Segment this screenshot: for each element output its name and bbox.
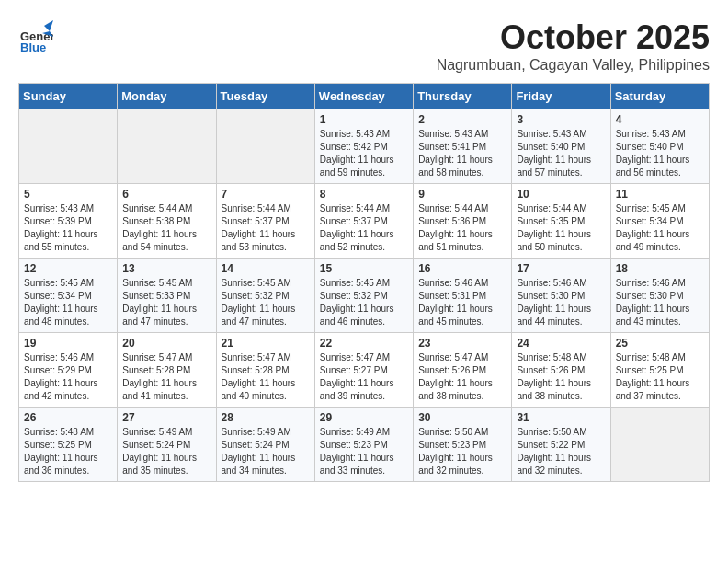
day-number: 10 xyxy=(517,188,605,201)
calendar-week-row: 19Sunrise: 5:46 AMSunset: 5:29 PMDayligh… xyxy=(19,333,710,408)
day-number: 22 xyxy=(320,337,408,350)
day-number: 30 xyxy=(418,411,506,424)
day-number: 17 xyxy=(517,262,605,275)
calendar-cell: 19Sunrise: 5:46 AMSunset: 5:29 PMDayligh… xyxy=(19,333,118,408)
weekday-header: Monday xyxy=(118,84,216,109)
day-info: Sunrise: 5:47 AMSunset: 5:28 PMDaylight:… xyxy=(122,352,197,401)
day-number: 4 xyxy=(616,113,704,126)
location-title: Nagrumbuan, Cagayan Valley, Philippines xyxy=(18,57,710,74)
month-title: October 2025 xyxy=(18,18,710,57)
day-number: 11 xyxy=(616,188,704,201)
day-number: 18 xyxy=(616,262,704,275)
day-info: Sunrise: 5:43 AMSunset: 5:40 PMDaylight:… xyxy=(616,129,690,178)
day-info: Sunrise: 5:46 AMSunset: 5:29 PMDaylight:… xyxy=(24,352,98,401)
weekday-header: Thursday xyxy=(414,84,512,109)
calendar-cell: 28Sunrise: 5:49 AMSunset: 5:24 PMDayligh… xyxy=(216,408,314,482)
day-info: Sunrise: 5:50 AMSunset: 5:22 PMDaylight:… xyxy=(517,427,591,476)
day-number: 26 xyxy=(24,411,112,424)
calendar-cell xyxy=(118,109,216,184)
day-info: Sunrise: 5:50 AMSunset: 5:23 PMDaylight:… xyxy=(418,427,493,476)
day-info: Sunrise: 5:49 AMSunset: 5:24 PMDaylight:… xyxy=(122,427,197,476)
logo-icon: General Blue xyxy=(18,18,53,53)
calendar-cell xyxy=(610,408,709,482)
day-number: 14 xyxy=(222,262,310,275)
day-info: Sunrise: 5:47 AMSunset: 5:27 PMDaylight:… xyxy=(320,352,394,401)
calendar-cell: 14Sunrise: 5:45 AMSunset: 5:32 PMDayligh… xyxy=(216,259,314,333)
day-number: 25 xyxy=(616,337,704,350)
day-number: 19 xyxy=(24,337,112,350)
day-info: Sunrise: 5:44 AMSunset: 5:37 PMDaylight:… xyxy=(222,203,296,252)
day-number: 16 xyxy=(418,262,506,275)
day-info: Sunrise: 5:46 AMSunset: 5:30 PMDaylight:… xyxy=(616,278,690,327)
day-info: Sunrise: 5:43 AMSunset: 5:39 PMDaylight:… xyxy=(24,203,98,252)
day-number: 29 xyxy=(320,411,408,424)
day-info: Sunrise: 5:45 AMSunset: 5:34 PMDaylight:… xyxy=(616,203,690,252)
day-number: 31 xyxy=(517,411,605,424)
calendar-cell: 29Sunrise: 5:49 AMSunset: 5:23 PMDayligh… xyxy=(314,408,413,482)
day-number: 12 xyxy=(24,262,112,275)
day-number: 6 xyxy=(122,188,210,201)
day-number: 23 xyxy=(418,337,506,350)
calendar-cell xyxy=(216,109,314,184)
day-number: 1 xyxy=(320,113,408,126)
day-info: Sunrise: 5:45 AMSunset: 5:32 PMDaylight:… xyxy=(222,278,296,327)
day-number: 9 xyxy=(418,188,506,201)
calendar-cell: 9Sunrise: 5:44 AMSunset: 5:36 PMDaylight… xyxy=(414,184,512,259)
day-number: 7 xyxy=(222,188,310,201)
calendar-cell: 7Sunrise: 5:44 AMSunset: 5:37 PMDaylight… xyxy=(216,184,314,259)
calendar-cell: 13Sunrise: 5:45 AMSunset: 5:33 PMDayligh… xyxy=(118,259,216,333)
calendar-cell: 15Sunrise: 5:45 AMSunset: 5:32 PMDayligh… xyxy=(314,259,413,333)
day-info: Sunrise: 5:44 AMSunset: 5:36 PMDaylight:… xyxy=(418,203,493,252)
day-info: Sunrise: 5:43 AMSunset: 5:42 PMDaylight:… xyxy=(320,129,394,178)
day-info: Sunrise: 5:45 AMSunset: 5:34 PMDaylight:… xyxy=(24,278,98,327)
calendar-week-row: 1Sunrise: 5:43 AMSunset: 5:42 PMDaylight… xyxy=(19,109,710,184)
day-info: Sunrise: 5:43 AMSunset: 5:41 PMDaylight:… xyxy=(418,129,493,178)
weekday-header: Friday xyxy=(512,84,610,109)
day-number: 15 xyxy=(320,262,408,275)
day-info: Sunrise: 5:44 AMSunset: 5:37 PMDaylight:… xyxy=(320,203,394,252)
calendar-cell: 11Sunrise: 5:45 AMSunset: 5:34 PMDayligh… xyxy=(610,184,709,259)
calendar-cell: 1Sunrise: 5:43 AMSunset: 5:42 PMDaylight… xyxy=(314,109,413,184)
logo: General Blue xyxy=(18,18,53,53)
day-info: Sunrise: 5:48 AMSunset: 5:26 PMDaylight:… xyxy=(517,352,591,401)
day-number: 5 xyxy=(24,188,112,201)
day-number: 3 xyxy=(517,113,605,126)
day-info: Sunrise: 5:48 AMSunset: 5:25 PMDaylight:… xyxy=(24,427,98,476)
day-number: 2 xyxy=(418,113,506,126)
day-info: Sunrise: 5:43 AMSunset: 5:40 PMDaylight:… xyxy=(517,129,591,178)
calendar-table: SundayMondayTuesdayWednesdayThursdayFrid… xyxy=(18,83,710,482)
calendar-week-row: 12Sunrise: 5:45 AMSunset: 5:34 PMDayligh… xyxy=(19,259,710,333)
calendar-cell: 6Sunrise: 5:44 AMSunset: 5:38 PMDaylight… xyxy=(118,184,216,259)
svg-text:Blue: Blue xyxy=(20,40,46,53)
day-number: 28 xyxy=(222,411,310,424)
weekday-header: Wednesday xyxy=(314,84,413,109)
calendar-cell xyxy=(19,109,118,184)
calendar-cell: 3Sunrise: 5:43 AMSunset: 5:40 PMDaylight… xyxy=(512,109,610,184)
calendar-cell: 16Sunrise: 5:46 AMSunset: 5:31 PMDayligh… xyxy=(414,259,512,333)
calendar-cell: 10Sunrise: 5:44 AMSunset: 5:35 PMDayligh… xyxy=(512,184,610,259)
day-number: 21 xyxy=(222,337,310,350)
day-info: Sunrise: 5:49 AMSunset: 5:24 PMDaylight:… xyxy=(222,427,296,476)
day-number: 13 xyxy=(122,262,210,275)
calendar-week-row: 5Sunrise: 5:43 AMSunset: 5:39 PMDaylight… xyxy=(19,184,710,259)
day-info: Sunrise: 5:45 AMSunset: 5:32 PMDaylight:… xyxy=(320,278,394,327)
day-info: Sunrise: 5:49 AMSunset: 5:23 PMDaylight:… xyxy=(320,427,394,476)
day-info: Sunrise: 5:45 AMSunset: 5:33 PMDaylight:… xyxy=(122,278,197,327)
calendar-cell: 17Sunrise: 5:46 AMSunset: 5:30 PMDayligh… xyxy=(512,259,610,333)
day-number: 8 xyxy=(320,188,408,201)
day-number: 24 xyxy=(517,337,605,350)
calendar-header-row: SundayMondayTuesdayWednesdayThursdayFrid… xyxy=(19,84,710,109)
calendar-cell: 22Sunrise: 5:47 AMSunset: 5:27 PMDayligh… xyxy=(314,333,413,408)
day-info: Sunrise: 5:48 AMSunset: 5:25 PMDaylight:… xyxy=(616,352,690,401)
weekday-header: Sunday xyxy=(19,84,118,109)
day-number: 27 xyxy=(122,411,210,424)
day-info: Sunrise: 5:46 AMSunset: 5:30 PMDaylight:… xyxy=(517,278,591,327)
day-number: 20 xyxy=(122,337,210,350)
calendar-cell: 25Sunrise: 5:48 AMSunset: 5:25 PMDayligh… xyxy=(610,333,709,408)
calendar-cell: 8Sunrise: 5:44 AMSunset: 5:37 PMDaylight… xyxy=(314,184,413,259)
day-info: Sunrise: 5:44 AMSunset: 5:38 PMDaylight:… xyxy=(122,203,197,252)
calendar-cell: 18Sunrise: 5:46 AMSunset: 5:30 PMDayligh… xyxy=(610,259,709,333)
weekday-header: Saturday xyxy=(610,84,709,109)
calendar-cell: 12Sunrise: 5:45 AMSunset: 5:34 PMDayligh… xyxy=(19,259,118,333)
weekday-header: Tuesday xyxy=(216,84,314,109)
